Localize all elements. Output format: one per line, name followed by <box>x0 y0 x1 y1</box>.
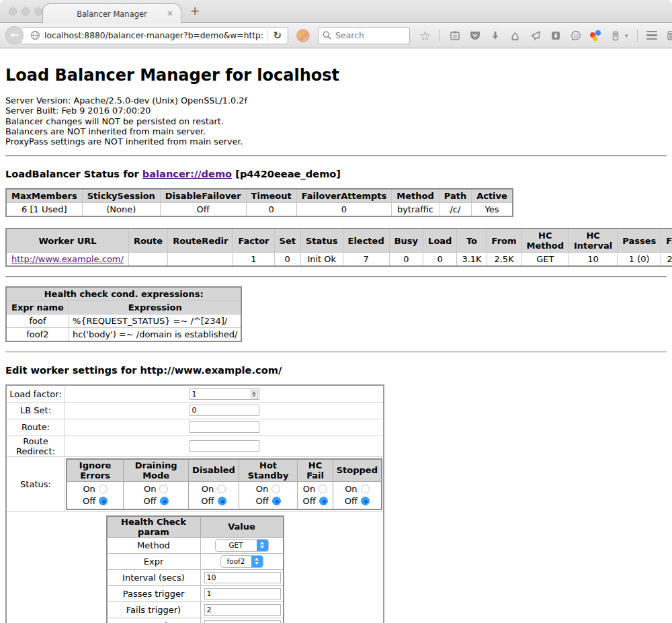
cell-hc-method: GET <box>521 253 569 267</box>
content-blocked-icon[interactable] <box>296 29 310 42</box>
col-from: From <box>487 229 521 253</box>
disabled-off: Off <box>190 495 237 507</box>
overflow-caret-icon[interactable]: ▾ <box>625 32 628 39</box>
stopped-on: On <box>335 483 380 495</box>
new-tab-button[interactable]: + <box>190 4 200 17</box>
col-timeout: Timeout <box>246 189 296 203</box>
stopped-on-radio[interactable] <box>361 485 370 493</box>
feedback-smiley-icon[interactable] <box>570 30 581 41</box>
server-version-line: Server Version: Apache/2.5.0-dev (Unix) … <box>5 95 667 106</box>
ignore-errors-radios: On Off <box>67 481 124 509</box>
hot-standby-off-radio[interactable] <box>272 497 281 505</box>
cell-method: bytraffic <box>392 203 439 217</box>
hc-fail-on: On <box>299 483 331 495</box>
tab-balancer-manager[interactable]: Balancer Manager × <box>42 3 181 24</box>
cell-hc-interval: 10 <box>569 253 617 267</box>
url-bar[interactable]: localhost:8880/balancer-manager?b=demo&w… <box>21 27 288 44</box>
hc-method-select[interactable]: GET <box>215 539 269 552</box>
device-battery-icon[interactable] <box>610 30 621 41</box>
col-hc-param: Health Check param <box>107 516 201 538</box>
hc-params-row: Health Check param Value Method GET <box>6 511 384 623</box>
balancer-manager-page: Load Balancer Manager for localhost Serv… <box>0 48 672 623</box>
disabled-on-radio[interactable] <box>217 485 226 493</box>
send-page-icon[interactable] <box>530 30 541 41</box>
hot-standby-on-radio[interactable] <box>271 485 280 493</box>
menu-hamburger-icon[interactable] <box>646 30 658 41</box>
load-factor-input[interactable] <box>190 388 259 400</box>
col-to: To <box>457 229 487 253</box>
url-text[interactable]: localhost:8880/balancer-manager?b=demo&w… <box>44 31 263 40</box>
col-passes: Passes <box>618 229 661 253</box>
ignore-errors-off: Off <box>69 495 122 507</box>
search-bar[interactable]: Search <box>318 27 410 44</box>
cell-path: /c/ <box>439 203 471 217</box>
hc-fails-input[interactable] <box>204 604 281 616</box>
cell-from: 2.5K <box>487 253 521 267</box>
window-minimize-button[interactable] <box>22 7 30 15</box>
page-title: Load Balancer Manager for localhost <box>5 48 667 85</box>
expr-name: foof <box>6 315 69 328</box>
col-expression: Expression <box>69 301 241 315</box>
col-failoverattempts: FailoverAttempts <box>296 189 392 203</box>
divider <box>5 351 667 353</box>
hc-passes-input[interactable] <box>204 588 281 599</box>
hc-fails-row: Fails trigger) <box>107 601 284 618</box>
cell-status: Init Ok <box>300 253 343 267</box>
hc-fail-radios: On Off <box>298 481 333 509</box>
stopped-off-radio[interactable] <box>361 497 370 505</box>
draining-mode-on-radio[interactable] <box>159 485 168 493</box>
balancer-demo-link[interactable]: balancer://demo <box>142 168 232 179</box>
ignore-errors-on-radio[interactable] <box>99 485 108 493</box>
load-factor-stepper[interactable] <box>190 388 259 400</box>
table-title-row: Health check cond. expressions: <box>6 287 241 301</box>
worker-url-link[interactable]: http://www.example.com/ <box>11 254 124 264</box>
route-row: Route: <box>6 419 384 435</box>
tab-close-icon[interactable]: × <box>167 9 173 18</box>
reader-grid-icon[interactable] <box>667 30 672 41</box>
lb-set-input[interactable] <box>190 405 259 416</box>
toolbar-divider <box>637 29 638 42</box>
hc-method-label: Method <box>107 537 201 553</box>
reload-button[interactable]: ↻ <box>273 30 282 42</box>
hc-fail-on-radio[interactable] <box>319 485 327 493</box>
cell-stickysession: (None) <box>82 203 160 217</box>
toolbar-buttons: ☆ ⌂ <box>419 29 672 42</box>
number-spinner-icon[interactable] <box>251 390 258 399</box>
hc-expr-select[interactable]: foof2 <box>220 555 263 568</box>
browser-chrome: Balancer Manager × + ← localhost:8880/ba… <box>0 0 672 48</box>
window-controls[interactable] <box>9 7 42 15</box>
save-to-device-icon[interactable] <box>550 30 561 41</box>
color-palette-addon-icon[interactable] <box>590 30 601 41</box>
disabled-off-radio[interactable] <box>218 497 226 505</box>
col-maxmembers: MaxMembers <box>6 189 82 203</box>
route-input[interactable] <box>190 421 259 433</box>
draining-mode-off-radio[interactable] <box>160 497 169 505</box>
window-close-button[interactable] <box>9 7 17 15</box>
col-hc-method: HC Method <box>521 229 569 253</box>
cell-load: 0 <box>423 253 457 267</box>
route-redirect-input[interactable] <box>190 440 259 452</box>
hc-method-row: Method GET <box>107 537 284 553</box>
bookmark-star-icon[interactable]: ☆ <box>419 30 431 41</box>
download-icon[interactable] <box>489 30 501 41</box>
search-placeholder: Search <box>335 30 364 40</box>
bookmarks-menu-icon[interactable] <box>449 30 460 41</box>
ignore-errors-off-radio[interactable] <box>99 497 108 505</box>
col-stickysession: StickySession <box>82 189 160 203</box>
pocket-icon[interactable] <box>469 30 480 41</box>
back-button[interactable]: ← <box>5 26 24 44</box>
home-icon[interactable]: ⌂ <box>509 30 521 41</box>
hc-fail-off-radio[interactable] <box>319 497 328 505</box>
worker-row: http://www.example.com/ 1 0 Init Ok 7 0 … <box>6 253 672 267</box>
yellow-dot <box>593 36 597 41</box>
server-built-line: Server Built: Feb 9 2016 07:00:20 <box>5 106 667 116</box>
hc-fails-label: Fails trigger) <box>107 601 201 618</box>
load-factor-row: Load factor: <box>6 385 384 402</box>
disabled-on: On <box>190 483 237 495</box>
edit-worker-heading: Edit worker settings for http://www.exam… <box>5 364 667 376</box>
hc-interval-input[interactable] <box>204 572 281 583</box>
health-check-param-table: Health Check param Value Method GET <box>106 515 284 623</box>
hc-uri-input[interactable] <box>204 620 281 623</box>
window-zoom-button[interactable] <box>34 7 42 15</box>
load-factor-label: Load factor: <box>6 385 65 402</box>
